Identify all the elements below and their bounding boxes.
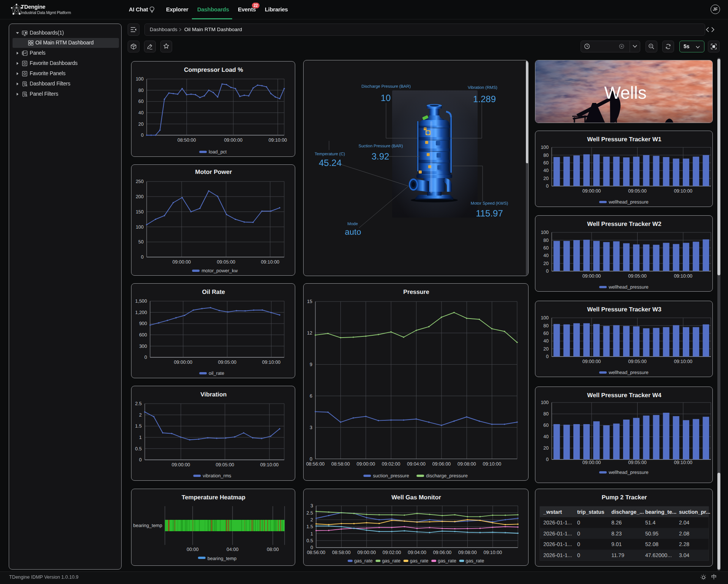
svg-text:Temperature Heatmap: Temperature Heatmap [182, 494, 245, 501]
svg-text:0: 0 [144, 355, 147, 360]
svg-text:09:00:00: 09:00:00 [582, 359, 601, 364]
svg-text:900: 900 [139, 321, 147, 326]
svg-text:0: 0 [139, 457, 142, 462]
svg-text:Vibration: Vibration [200, 391, 226, 398]
svg-text:09:08:00: 09:08:00 [457, 461, 476, 467]
svg-text:08:56:00: 08:56:00 [306, 461, 325, 467]
svg-text:60: 60 [543, 160, 549, 166]
svg-text:Discharge Pressure (BAR): Discharge Pressure (BAR) [361, 84, 411, 89]
svg-text:bearing_temp: bearing_temp [207, 556, 236, 561]
svg-text:Well Pressure Tracker W3: Well Pressure Tracker W3 [587, 306, 661, 313]
svg-text:6: 6 [310, 393, 312, 399]
svg-text:51.4: 51.4 [645, 519, 655, 526]
svg-text:0: 0 [577, 530, 580, 537]
svg-text:09:00:00: 09:00:00 [582, 188, 601, 194]
svg-text:09:10:00: 09:10:00 [674, 460, 693, 465]
svg-text:Suction Pressure (BAR): Suction Pressure (BAR) [359, 144, 403, 148]
svg-text:09:10:00: 09:10:00 [261, 259, 280, 265]
svg-text:0: 0 [141, 133, 144, 138]
svg-text:80: 80 [543, 153, 549, 158]
svg-text:11.79: 11.79 [611, 552, 624, 558]
svg-text:0: 0 [546, 183, 549, 189]
svg-text:40: 40 [543, 338, 549, 344]
svg-text:80: 80 [138, 88, 144, 93]
svg-text:09:10:00: 09:10:00 [483, 461, 501, 467]
svg-text:08:00: 08:00 [267, 547, 279, 552]
svg-text:45.24: 45.24 [319, 158, 342, 168]
svg-text:vibration_rms: vibration_rms [203, 473, 231, 478]
svg-text:10: 10 [381, 93, 391, 103]
svg-text:wellhead_pressure: wellhead_pressure [608, 199, 649, 205]
svg-text:3.04: 3.04 [679, 552, 689, 558]
svg-text:Pressure: Pressure [403, 289, 429, 295]
svg-text:15: 15 [307, 299, 312, 304]
svg-text:250: 250 [136, 179, 144, 184]
svg-text:Motor Speed (KWS): Motor Speed (KWS) [471, 201, 508, 206]
svg-text:09:04:00: 09:04:00 [407, 461, 426, 467]
svg-text:3.92: 3.92 [372, 152, 389, 162]
svg-text:8.26: 8.26 [611, 519, 622, 526]
svg-text:2: 2 [310, 517, 313, 522]
svg-text:20: 20 [543, 346, 549, 352]
svg-text:trip_status: trip_status [577, 509, 605, 515]
svg-text:8.23: 8.23 [611, 530, 622, 537]
svg-text:2: 2 [139, 412, 142, 418]
svg-text:0.5: 0.5 [307, 538, 313, 543]
svg-text:09:00:00: 09:00:00 [582, 273, 601, 279]
svg-text:40: 40 [543, 434, 549, 439]
svg-text:suction_pressure: suction_pressure [373, 473, 409, 478]
svg-text:Vibration (RMS): Vibration (RMS) [468, 85, 497, 90]
svg-text:80: 80 [543, 238, 549, 243]
svg-text:0: 0 [546, 457, 549, 462]
svg-text:load_pct: load_pct [209, 149, 227, 155]
svg-text:09:02:00: 09:02:00 [383, 550, 401, 555]
svg-text:09:05:00: 09:05:00 [628, 273, 647, 279]
svg-text:200: 200 [136, 194, 144, 199]
svg-text:motor_power_kw: motor_power_kw [201, 268, 238, 273]
svg-text:09:10:00: 09:10:00 [262, 360, 281, 365]
svg-text:09:06:00: 09:06:00 [432, 461, 451, 467]
svg-text:100: 100 [541, 400, 549, 405]
svg-text:300: 300 [139, 344, 147, 349]
svg-text:12: 12 [307, 330, 312, 336]
svg-text:09:10:00: 09:10:00 [674, 188, 693, 194]
svg-text:Oil Rate: Oil Rate [202, 289, 225, 295]
svg-text:115.97: 115.97 [476, 208, 503, 219]
svg-text:47.62000...: 47.62000... [645, 552, 672, 558]
svg-text:40: 40 [138, 110, 144, 115]
svg-text:2.08: 2.08 [679, 530, 689, 537]
svg-text:40: 40 [543, 253, 549, 258]
svg-text:2.5: 2.5 [307, 510, 313, 516]
svg-text:80: 80 [543, 323, 549, 328]
svg-text:3: 3 [310, 425, 312, 430]
svg-text:60: 60 [543, 331, 549, 336]
svg-text:auto: auto [345, 227, 361, 237]
svg-text:9.01: 9.01 [611, 541, 622, 547]
svg-text:Well Pressure Tracker W4: Well Pressure Tracker W4 [587, 392, 661, 399]
svg-text:bearing_temp: bearing_temp [133, 523, 162, 528]
svg-text:_wstart: _wstart [543, 509, 562, 515]
svg-text:100: 100 [136, 76, 144, 82]
svg-text:2026-01-1...: 2026-01-1... [543, 530, 572, 537]
svg-text:1.289: 1.289 [473, 94, 496, 104]
svg-text:09:00:00: 09:00:00 [174, 360, 193, 365]
svg-text:600: 600 [139, 332, 147, 338]
svg-text:0: 0 [141, 254, 144, 260]
svg-text:09:00:00: 09:00:00 [172, 462, 190, 467]
svg-text:Temperature (C): Temperature (C) [315, 152, 345, 156]
svg-text:60: 60 [138, 99, 144, 104]
svg-text:2.28: 2.28 [679, 541, 689, 547]
svg-text:09:00:00: 09:00:00 [224, 137, 243, 143]
svg-text:20: 20 [543, 176, 549, 181]
svg-text:00:00: 00:00 [187, 547, 198, 552]
svg-text:Well Pressure Tracker W1: Well Pressure Tracker W1 [587, 136, 661, 143]
svg-text:100: 100 [136, 224, 144, 230]
svg-text:discharge_pressure: discharge_pressure [426, 473, 468, 478]
svg-text:0: 0 [546, 354, 549, 359]
svg-text:100: 100 [541, 145, 549, 150]
svg-text:08:56:00: 08:56:00 [307, 550, 326, 555]
svg-text:50.95: 50.95 [645, 530, 658, 537]
svg-text:09:02:00: 09:02:00 [382, 461, 400, 467]
svg-text:09:00:00: 09:00:00 [582, 460, 601, 465]
svg-text:Well Gas Monitor: Well Gas Monitor [391, 494, 441, 501]
